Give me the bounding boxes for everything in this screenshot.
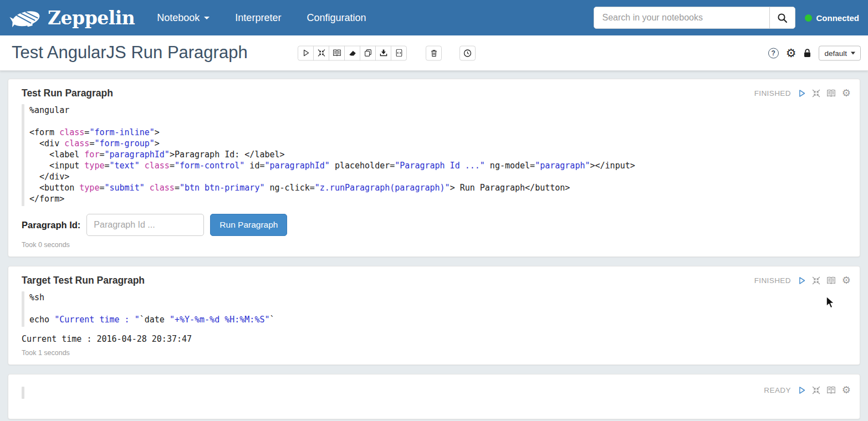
remove-note-button[interactable] <box>426 45 442 60</box>
eraser-icon <box>349 49 356 57</box>
paragraph-title: Target Test Run Paragraph <box>22 275 145 286</box>
status-badge: FINISHED <box>754 276 791 285</box>
paragraph-settings-gear-icon[interactable]: ⚙ <box>842 385 851 395</box>
search-button[interactable] <box>769 7 795 28</box>
chevron-down-icon <box>204 17 210 19</box>
paragraph-output: Current time : 2016-04-28 20:37:47 <box>22 334 851 344</box>
brand-title: Zeppelin <box>48 7 135 29</box>
interpreter-binding-dropdown[interactable]: default <box>819 45 861 60</box>
nav-interpreter-label: Interpreter <box>235 12 281 24</box>
clone-icon <box>364 49 372 57</box>
run-all-button[interactable] <box>298 45 314 60</box>
paragraph-test-run: Test Run Paragraph FINISHED <box>8 79 860 257</box>
clear-output-button[interactable] <box>344 45 360 60</box>
code-view-button[interactable] <box>391 45 407 60</box>
editor-gutter <box>22 291 24 327</box>
lock-icon[interactable] <box>803 48 811 58</box>
trash-icon <box>430 49 438 57</box>
book-icon[interactable] <box>826 276 836 285</box>
zeppelin-brand[interactable]: Zeppelin <box>9 6 135 30</box>
search-input[interactable] <box>594 7 769 28</box>
editor-gutter[interactable] <box>22 387 24 399</box>
status-badge: FINISHED <box>754 89 791 97</box>
nav-configuration[interactable]: Configuration <box>307 12 366 24</box>
top-navbar: Zeppelin Notebook Interpreter Configurat… <box>0 0 868 35</box>
nav-interpreter[interactable]: Interpreter <box>235 12 281 24</box>
paragraph-target-test-run: Target Test Run Paragraph FINISHED <box>8 266 860 365</box>
search-icon <box>777 13 788 23</box>
angular-form-output: Paragraph Id: Run Paragraph <box>22 214 851 236</box>
paragraph-id-label: Paragraph Id: <box>22 220 80 230</box>
connected-dot-icon <box>805 14 812 22</box>
code-lines[interactable]: %angular <form class="form-inline"> <div… <box>29 104 635 206</box>
paragraph-empty: READY ⚙ <box>8 374 860 419</box>
code-editor[interactable]: %angular <form class="form-inline"> <div… <box>22 104 851 206</box>
clone-note-button[interactable] <box>360 45 376 60</box>
note-header: Test AngularJS Run Paragraph <box>0 35 868 71</box>
connected-label: Connected <box>816 13 859 23</box>
chevron-down-icon <box>851 52 855 54</box>
code-editor[interactable]: %sh echo "Current time : "`date "+%Y-%m-… <box>22 291 851 327</box>
default-label: default <box>824 49 847 57</box>
note-title[interactable]: Test AngularJS Run Paragraph <box>12 42 248 62</box>
play-icon <box>302 49 310 57</box>
editor-gutter <box>22 104 24 206</box>
compress-icon <box>318 49 325 57</box>
run-paragraph-icon[interactable] <box>798 89 806 97</box>
book-icon[interactable] <box>826 89 836 97</box>
run-paragraph-icon[interactable] <box>798 386 806 394</box>
paragraph-id-input[interactable] <box>86 214 204 236</box>
export-note-button[interactable] <box>375 45 391 60</box>
collapse-button[interactable] <box>313 45 329 60</box>
code-file-icon <box>395 49 403 57</box>
nav-notebook[interactable]: Notebook <box>157 12 210 24</box>
status-badge: READY <box>764 386 791 394</box>
clock-icon <box>463 49 472 57</box>
show-hide-code-button[interactable] <box>329 45 345 60</box>
download-icon <box>380 49 387 57</box>
run-paragraph-button[interactable]: Run Paragraph <box>210 214 287 236</box>
book-icon[interactable] <box>826 386 836 394</box>
code-lines[interactable]: %sh echo "Current time : "`date "+%Y-%m-… <box>29 291 275 327</box>
nav-configuration-label: Configuration <box>307 12 366 24</box>
zeppelin-logo-icon <box>9 6 42 30</box>
notebook-search <box>594 7 795 29</box>
paragraph-controls: FINISHED ⚙ <box>754 88 851 98</box>
connection-status: Connected <box>805 13 859 23</box>
paragraph-settings-gear-icon[interactable]: ⚙ <box>842 275 851 285</box>
note-content: Test Run Paragraph FINISHED <box>0 71 868 419</box>
help-icon[interactable]: ? <box>768 48 779 58</box>
nav-notebook-label: Notebook <box>157 12 200 24</box>
note-toolbar <box>298 45 476 60</box>
paragraph-title: Test Run Paragraph <box>22 88 113 99</box>
execution-time: Took 1 seconds <box>22 349 851 357</box>
compress-icon[interactable] <box>812 89 820 97</box>
book-icon <box>333 49 341 57</box>
main-nav: Notebook Interpreter Configuration <box>157 12 366 24</box>
scheduler-button[interactable] <box>459 45 476 60</box>
compress-icon[interactable] <box>812 276 820 285</box>
compress-icon[interactable] <box>812 386 820 394</box>
help-glyph: ? <box>771 49 775 57</box>
execution-time: Took 0 seconds <box>22 241 851 249</box>
paragraph-settings-gear-icon[interactable]: ⚙ <box>842 88 851 98</box>
paragraph-controls: READY ⚙ <box>764 385 851 395</box>
run-paragraph-icon[interactable] <box>798 276 806 285</box>
settings-gear-icon[interactable]: ⚙ <box>786 47 796 59</box>
paragraph-controls: FINISHED ⚙ <box>754 275 851 285</box>
